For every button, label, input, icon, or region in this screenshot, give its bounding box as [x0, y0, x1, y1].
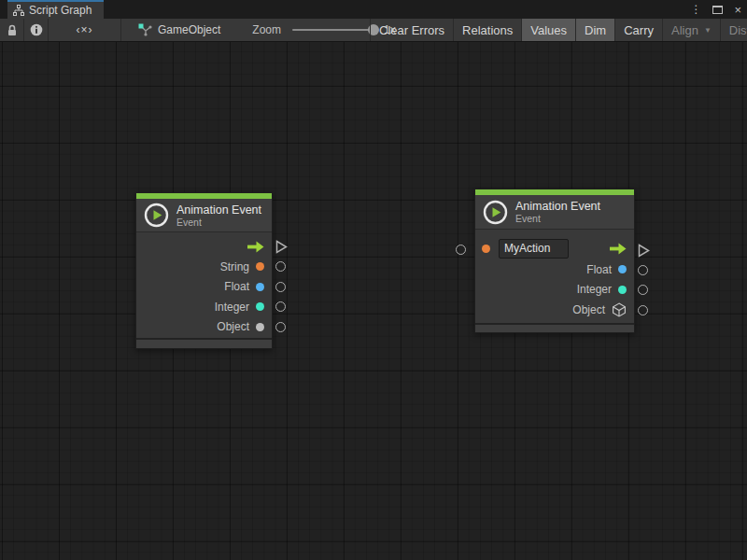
node-title: Animation Event — [176, 203, 261, 217]
port-row-float: Float — [136, 277, 272, 298]
info-button[interactable] — [24, 19, 49, 41]
port-row-object: Object — [136, 317, 272, 338]
string-output-port[interactable] — [275, 261, 286, 272]
code-brackets-icon: ‹×› — [77, 23, 93, 36]
dim-button[interactable]: Dim — [575, 19, 614, 41]
zoom-label: Zoom — [252, 23, 281, 36]
script-graph-window: Script Graph ⋮ × — [0, 0, 747, 560]
node-footer — [475, 323, 634, 332]
zoom-slider[interactable] — [292, 29, 376, 31]
node-subtitle: Event — [176, 217, 261, 228]
maximize-icon[interactable] — [712, 6, 723, 14]
float-output-port[interactable] — [275, 282, 286, 292]
code-view-button[interactable]: ‹×› — [49, 19, 121, 41]
flow-output-port[interactable] — [275, 240, 288, 258]
carry-button[interactable]: Carry — [614, 19, 662, 41]
port-row-string: String — [136, 257, 272, 277]
string-port-dot[interactable] — [256, 262, 264, 271]
flow-arrow-icon — [247, 241, 264, 253]
float-port-dot[interactable] — [618, 265, 627, 273]
graph-reference[interactable]: GameObject — [138, 19, 220, 41]
clear-errors-button[interactable]: Clear Errors — [370, 19, 453, 41]
node-footer — [136, 338, 272, 348]
align-button[interactable]: Align ▼ — [662, 19, 720, 41]
event-play-icon — [483, 200, 508, 225]
lock-button[interactable] — [0, 19, 24, 41]
port-row-integer: Integer — [136, 297, 272, 317]
node-title: Animation Event — [515, 200, 600, 213]
flow-output-row — [136, 237, 272, 257]
action-name-input[interactable] — [499, 239, 569, 259]
node-header[interactable]: Animation Event Event — [136, 199, 272, 232]
window-menu-icon[interactable]: ⋮ — [690, 4, 701, 15]
object-port-dot[interactable] — [256, 323, 264, 331]
relations-button[interactable]: Relations — [453, 19, 521, 41]
integer-output-port[interactable] — [638, 285, 648, 295]
object-output-port[interactable] — [275, 322, 286, 332]
action-name-row — [475, 237, 634, 259]
port-row-float: Float — [475, 259, 634, 280]
lock-icon — [7, 24, 18, 36]
flow-output-port[interactable] — [638, 244, 650, 261]
window-controls: ⋮ × — [690, 0, 741, 19]
float-output-port[interactable] — [638, 265, 648, 275]
node-body: Float Integer Object — [475, 230, 634, 323]
distribute-button[interactable]: Distribute ▼ — [720, 19, 747, 41]
node-body: String Float Integer Object — [136, 232, 272, 338]
object-output-port[interactable] — [638, 305, 648, 315]
close-icon[interactable]: × — [734, 4, 741, 16]
graph-reference-icon — [138, 23, 152, 36]
float-port-dot[interactable] — [256, 283, 264, 291]
tab-bar: Script Graph ⋮ × — [0, 0, 747, 19]
graph-reference-label: GameObject — [158, 23, 220, 36]
animation-event-node-1[interactable]: Animation Event Event String — [135, 192, 273, 349]
values-button[interactable]: Values — [521, 19, 575, 41]
integer-port-dot[interactable] — [256, 302, 264, 311]
node-header[interactable]: Animation Event Event — [475, 195, 634, 230]
toolbar-buttons: Clear Errors Relations Values Dim Carry … — [370, 19, 747, 41]
animation-event-node-2[interactable]: Animation Event Event Float — [474, 189, 635, 333]
action-input-port[interactable] — [456, 245, 466, 255]
port-row-object: Object — [475, 300, 634, 320]
cube-icon — [612, 302, 627, 317]
action-input-dot[interactable] — [482, 245, 490, 253]
graph-canvas[interactable]: Animation Event Event String — [0, 42, 747, 560]
graph-toolbar: ‹×› GameObject Zoom 1x Clear Errors — [0, 19, 747, 42]
event-play-icon — [144, 203, 169, 228]
port-row-integer: Integer — [475, 280, 634, 301]
flow-arrow-icon — [609, 243, 627, 255]
tab-title: Script Graph — [29, 4, 92, 17]
chevron-down-icon: ▼ — [704, 26, 712, 35]
integer-output-port[interactable] — [275, 301, 286, 312]
info-icon — [30, 23, 43, 36]
graph-tab-icon — [13, 5, 24, 16]
tab-script-graph[interactable]: Script Graph — [7, 0, 104, 19]
integer-port-dot[interactable] — [618, 286, 627, 294]
node-subtitle: Event — [515, 213, 600, 224]
